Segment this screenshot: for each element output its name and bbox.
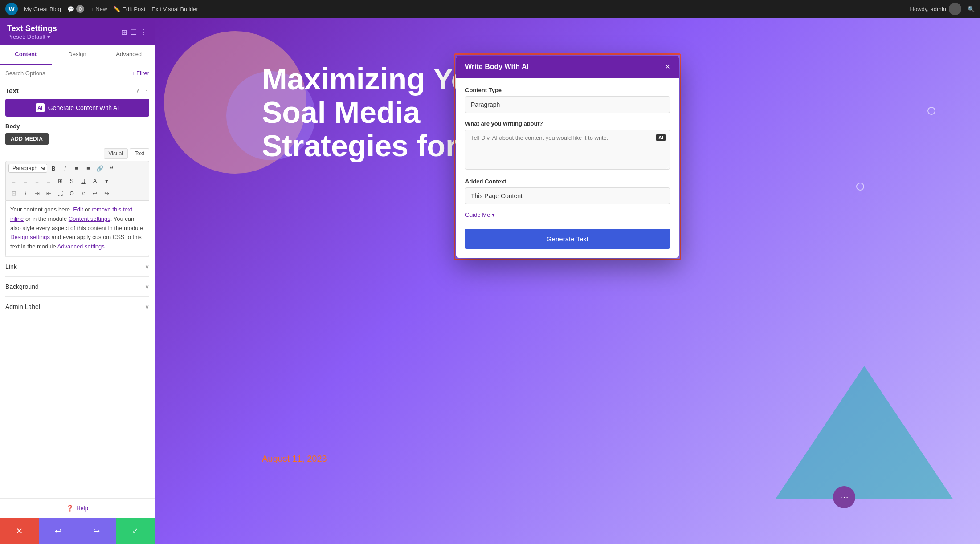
design-settings-link[interactable]: Design settings: [10, 234, 50, 240]
help-row[interactable]: ❓ Help: [0, 498, 155, 518]
help-icon: ❓: [66, 505, 74, 512]
tab-advanced[interactable]: Advanced: [103, 45, 155, 65]
modal-close-button[interactable]: ×: [665, 63, 670, 71]
text-section-more-icon[interactable]: ⋮: [143, 87, 149, 94]
undo-button[interactable]: ↩: [39, 518, 78, 544]
modal-title: Write Body With AI: [465, 63, 529, 71]
outdent-button[interactable]: ⇤: [43, 188, 54, 199]
sidebar-header: Text Settings Preset: Default ▾ ⊞ ☰ ⋮: [0, 18, 155, 45]
guide-me-row[interactable]: Guide Me ▾: [465, 211, 670, 218]
added-context-label: Added Context: [465, 178, 670, 185]
textarea-wrapper: AI: [465, 130, 670, 171]
edit-link[interactable]: Edit: [73, 206, 83, 213]
content-type-select[interactable]: Paragraph Bullet Points Numbered List He…: [465, 96, 670, 113]
indent-button[interactable]: ⇥: [32, 188, 42, 199]
align-left-button[interactable]: ≡: [8, 175, 19, 186]
align-justify-button[interactable]: ≡: [43, 175, 54, 186]
underline-button[interactable]: U: [78, 175, 89, 186]
generate-text-button[interactable]: Generate Text: [465, 229, 670, 249]
more-formats-button[interactable]: ▾: [101, 175, 112, 186]
added-context-select[interactable]: This Page Content No Context Custom Cont…: [465, 187, 670, 204]
sidebar-icon-more[interactable]: ⋮: [140, 28, 147, 37]
site-name-link[interactable]: My Great Blog: [24, 6, 61, 12]
admin-search-icon[interactable]: 🔍: [968, 6, 975, 12]
sub-button[interactable]: 𝑖: [20, 188, 31, 199]
writing-about-textarea[interactable]: [465, 130, 670, 170]
canvas: Maximizing Your Reach: Soal Media Strate…: [155, 18, 980, 544]
link-chevron-icon: ∨: [145, 263, 149, 270]
tab-visual[interactable]: Visual: [104, 148, 128, 159]
body-label: Body: [5, 123, 149, 130]
text-section-collapse-icon[interactable]: ∧: [136, 87, 140, 94]
text-section-title: Text: [5, 87, 19, 94]
italic-button[interactable]: I: [60, 163, 70, 174]
search-options-input[interactable]: [5, 70, 128, 77]
cancel-button[interactable]: ✕: [0, 518, 39, 544]
text-content-area[interactable]: Your content goes here. Edit or remove t…: [5, 201, 149, 256]
fullscreen-button[interactable]: ⛶: [55, 188, 65, 199]
redo-editor-button[interactable]: ↪: [101, 188, 112, 199]
paragraph-select[interactable]: Paragraph: [8, 164, 47, 173]
search-options-row: + Filter: [0, 65, 155, 81]
add-media-button[interactable]: ADD MEDIA: [5, 133, 49, 145]
align-right-button[interactable]: ≡: [32, 175, 42, 186]
redo-button[interactable]: ↪: [78, 518, 116, 544]
save-button[interactable]: ✓: [116, 518, 155, 544]
exit-builder-link[interactable]: Exit Visual Builder: [151, 6, 198, 12]
char-button[interactable]: Ω: [66, 188, 77, 199]
edit-post-link[interactable]: ✏️ Edit Post: [113, 6, 145, 12]
sidebar-content: Text ∧ ⋮ AI Generate Content With AI Bod…: [0, 81, 155, 498]
tab-design[interactable]: Design: [52, 45, 103, 65]
comments-link[interactable]: 💬 0: [67, 5, 84, 13]
text-section-header: Text ∧ ⋮: [5, 87, 149, 94]
modal-body: Content Type Paragraph Bullet Points Num…: [456, 78, 679, 229]
advanced-settings-link[interactable]: Advanced settings: [57, 243, 105, 250]
ul-button[interactable]: ≡: [71, 163, 82, 174]
background-section-header[interactable]: Background ∨: [5, 283, 149, 290]
color-button[interactable]: A: [90, 175, 100, 186]
background-chevron-icon: ∨: [145, 283, 149, 290]
bold-button[interactable]: B: [48, 163, 59, 174]
undo-editor-button[interactable]: ↩: [90, 188, 100, 199]
bottom-bar: ✕ ↩ ↪ ✓: [0, 518, 155, 544]
writing-about-label: What are you writing about?: [465, 120, 670, 127]
modal-footer: Generate Text: [456, 229, 679, 258]
wp-admin-bar: W My Great Blog 💬 0 + New ✏️ Edit Post E…: [0, 0, 980, 18]
modal-overlay: Write Body With AI × Content Type Paragr…: [155, 18, 980, 544]
preset-selector[interactable]: Preset: Default ▾: [7, 33, 57, 40]
link-button[interactable]: 🔗: [94, 163, 105, 174]
modal-highlight: Write Body With AI × Content Type Paragr…: [454, 53, 681, 260]
content-settings-link[interactable]: Content settings: [69, 215, 110, 222]
strikethrough-button[interactable]: S: [66, 175, 77, 186]
quote-button[interactable]: ❝: [106, 163, 117, 174]
ai-generate-button[interactable]: AI Generate Content With AI: [5, 99, 149, 117]
emoji-button[interactable]: ☺: [78, 188, 89, 199]
background-section: Background ∨: [5, 276, 149, 296]
wp-logo-icon[interactable]: W: [5, 3, 18, 15]
guide-me-chevron-icon: ▾: [492, 211, 495, 218]
admin-label-section: Admin Label ∨: [5, 296, 149, 317]
admin-label-section-header[interactable]: Admin Label ∨: [5, 303, 149, 310]
ol-button[interactable]: ≡: [83, 163, 94, 174]
textarea-ai-badge: AI: [656, 134, 666, 141]
link-section-header[interactable]: Link ∨: [5, 263, 149, 270]
modal-header: Write Body With AI ×: [456, 56, 679, 78]
table-button[interactable]: ⊞: [55, 175, 65, 186]
tab-content[interactable]: Content: [0, 45, 52, 65]
link-section: Link ∨: [5, 256, 149, 276]
align-center-button[interactable]: ≡: [20, 175, 31, 186]
ai-icon: AI: [36, 103, 45, 112]
filter-button[interactable]: + Filter: [131, 70, 149, 77]
settings-tabs: Content Design Advanced: [0, 45, 155, 65]
ai-modal: Write Body With AI × Content Type Paragr…: [456, 56, 679, 258]
main-layout: Text Settings Preset: Default ▾ ⊞ ☰ ⋮ Co…: [0, 18, 980, 544]
editor-tabs: Visual Text: [5, 148, 149, 159]
sidebar-icon-columns[interactable]: ☰: [131, 28, 137, 37]
sidebar-icon-grid[interactable]: ⊞: [121, 28, 127, 37]
new-post-link[interactable]: + New: [90, 6, 107, 12]
guide-me-label: Guide Me: [465, 211, 490, 218]
tab-text[interactable]: Text: [130, 148, 149, 159]
paste-button[interactable]: ⊡: [8, 188, 19, 199]
admin-label-chevron-icon: ∨: [145, 303, 149, 310]
sidebar-title: Text Settings: [7, 24, 57, 33]
